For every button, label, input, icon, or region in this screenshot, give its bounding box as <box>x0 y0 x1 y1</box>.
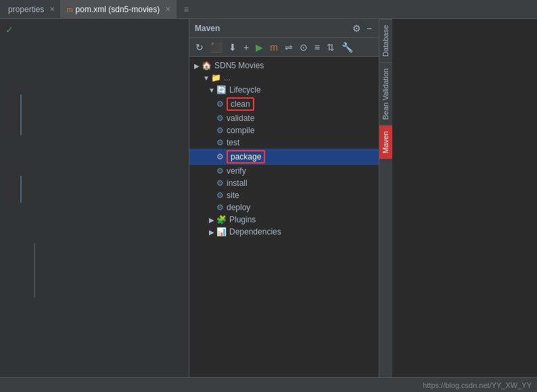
lifecycle-label: Lifecycle <box>229 85 261 95</box>
tab-bar: properties ✕ m pom.xml (sdn5-movies) ✕ ≡ <box>0 0 537 19</box>
sidebar-tab-database-label: Database <box>381 25 390 57</box>
package-container: ⚙ package ← 2 <box>189 149 379 165</box>
bottom-bar: https://blog.csdn.net/YY_XW_YY <box>0 377 537 392</box>
settings-icon[interactable]: ⚙ <box>351 22 363 35</box>
lifecycle-icon: 🔄 <box>216 85 227 95</box>
root-icon: 🏠 <box>202 61 212 70</box>
validate-label: validate <box>227 114 254 123</box>
tree-item-deploy[interactable]: ⚙ deploy <box>189 201 379 214</box>
main-area: ✓ Maven ⚙ − ↻ ⬛ ⬇ + ▶ m ⇌ ⊙ ≡ ⇅ <box>0 19 537 377</box>
sidebar-tab-maven[interactable]: Maven <box>379 125 392 159</box>
collapse-button[interactable]: ⬛ <box>208 41 224 54</box>
tree-item-clean[interactable]: ⚙ clean <box>189 96 379 112</box>
dependencies-arrow: ▶ <box>207 228 216 236</box>
site-label: site <box>227 191 239 200</box>
compile-gear-icon: ⚙ <box>216 126 224 135</box>
second-label: ... <box>224 73 231 82</box>
install-label: install <box>227 178 248 188</box>
download-button[interactable]: ⬇ <box>227 41 239 54</box>
clean-gear-icon: ⚙ <box>216 99 224 109</box>
test-gear-icon: ⚙ <box>216 138 224 147</box>
tree-root[interactable]: ▶ 🏠 SDN5 Movies <box>189 59 379 72</box>
plugins-label: Plugins <box>229 215 256 224</box>
verify-gear-icon: ⚙ <box>216 166 224 176</box>
code-line-1 <box>20 95 22 135</box>
package-gear-icon: ⚙ <box>216 152 224 162</box>
tree-item-test[interactable]: ⚙ test <box>189 137 379 149</box>
tree-item-compile[interactable]: ⚙ compile <box>189 124 379 137</box>
tab-pom-icon: m <box>66 5 72 14</box>
sort-button[interactable]: ⇅ <box>325 41 337 54</box>
tree-dependencies[interactable]: ▶ 📊 Dependencies <box>189 226 379 238</box>
tree-second[interactable]: ▼ 📁 ... <box>189 72 379 84</box>
tab-properties-close[interactable]: ✕ <box>49 5 55 13</box>
maven-tree-container: ▶ 🏠 SDN5 Movies ▼ 📁 ... ▼ 🔄 Lifecycle <box>189 59 379 238</box>
verify-label: verify <box>227 166 246 176</box>
code-area <box>0 41 189 377</box>
maven-tree: ▶ 🏠 SDN5 Movies ▼ 📁 ... ▼ 🔄 Lifecycle <box>189 57 379 377</box>
run-button[interactable]: ▶ <box>254 41 265 54</box>
maven-run-button[interactable]: m <box>268 41 280 54</box>
editor-checkmark: ✓ <box>0 19 189 41</box>
maven-panel: Maven ⚙ − ↻ ⬛ ⬇ + ▶ m ⇌ ⊙ ≡ ⇅ 🔧 ▶ � <box>189 19 379 377</box>
tree-lifecycle[interactable]: ▼ 🔄 Lifecycle <box>189 84 379 96</box>
tree-item-site[interactable]: ⚙ site <box>189 189 379 201</box>
tab-pom-label: pom.xml (sdn5-movies) <box>76 5 160 14</box>
compile-label: compile <box>227 126 254 135</box>
list-button[interactable]: ≡ <box>312 41 322 54</box>
tree-item-package[interactable]: ⚙ package <box>189 149 379 165</box>
plugins-icon: 🧩 <box>216 215 227 224</box>
left-panel: ✓ <box>0 19 189 377</box>
tab-pom-close[interactable]: ✕ <box>165 5 170 13</box>
tree-item-validate[interactable]: ⚙ validate <box>189 112 379 124</box>
url-label: https://blog.csdn.net/YY_XW_YY <box>423 381 532 389</box>
second-icon: 📁 <box>211 73 221 82</box>
dependencies-icon: 📊 <box>216 227 227 237</box>
deploy-gear-icon: ⚙ <box>216 203 224 212</box>
tree-item-install[interactable]: ⚙ install <box>189 177 379 189</box>
tab-properties[interactable]: properties ✕ <box>3 0 61 18</box>
tab-list-button[interactable]: ≡ <box>178 5 194 14</box>
install-gear-icon: ⚙ <box>216 178 224 188</box>
wrench-button[interactable]: 🔧 <box>340 41 355 54</box>
maven-actions: ⚙ − <box>351 22 373 35</box>
dependencies-label: Dependencies <box>229 227 281 237</box>
clean-label: clean <box>227 97 254 111</box>
sidebar-tab-bean-validation[interactable]: Bean Validation <box>379 62 392 125</box>
plugins-arrow: ▶ <box>207 216 216 224</box>
sidebar-tab-maven-label: Maven <box>381 131 390 153</box>
tree-plugins[interactable]: ▶ 🧩 Plugins <box>189 214 379 226</box>
site-gear-icon: ⚙ <box>216 191 224 200</box>
maven-toolbar: ↻ ⬛ ⬇ + ▶ m ⇌ ⊙ ≡ ⇅ 🔧 <box>189 38 379 57</box>
right-sidebar: Database Bean Validation Maven <box>379 19 392 377</box>
second-arrow: ▼ <box>202 74 211 82</box>
tree-item-verify[interactable]: ⚙ verify <box>189 165 379 177</box>
toggle-button[interactable]: ⊙ <box>298 41 310 54</box>
add-button[interactable]: + <box>241 41 251 54</box>
sync-button[interactable]: ⇌ <box>283 41 295 54</box>
maven-header: Maven ⚙ − <box>189 19 379 38</box>
code-line-2 <box>20 176 22 203</box>
tab-list-icon: ≡ <box>184 5 189 14</box>
sidebar-tab-database[interactable]: Database <box>379 19 392 62</box>
package-label: package <box>227 150 265 164</box>
clean-container: ⚙ clean ← 1 <box>189 96 379 112</box>
deploy-label: deploy <box>227 203 250 212</box>
validate-gear-icon: ⚙ <box>216 114 224 123</box>
tab-pom[interactable]: m pom.xml (sdn5-movies) ✕ <box>61 0 177 18</box>
root-arrow: ▶ <box>192 62 202 70</box>
test-label: test <box>227 138 239 147</box>
lifecycle-arrow: ▼ <box>207 87 216 94</box>
tab-properties-label: properties <box>8 5 44 14</box>
root-label: SDN5 Movies <box>214 61 264 70</box>
code-line-3 <box>34 243 35 297</box>
sidebar-tab-bean-label: Bean Validation <box>381 68 390 120</box>
maven-title: Maven <box>195 24 220 33</box>
minimize-icon[interactable]: − <box>365 22 373 35</box>
refresh-button[interactable]: ↻ <box>193 41 206 54</box>
